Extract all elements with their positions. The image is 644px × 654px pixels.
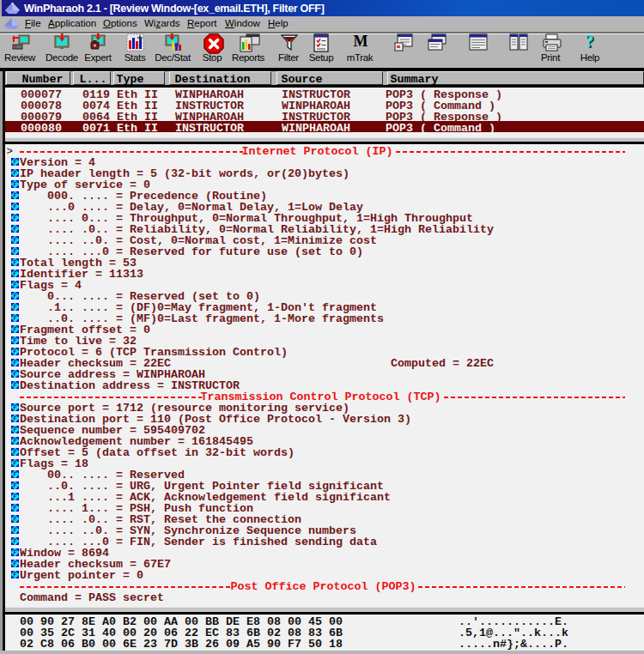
- svg-text:?: ?: [586, 33, 594, 51]
- svg-text:M: M: [354, 33, 368, 50]
